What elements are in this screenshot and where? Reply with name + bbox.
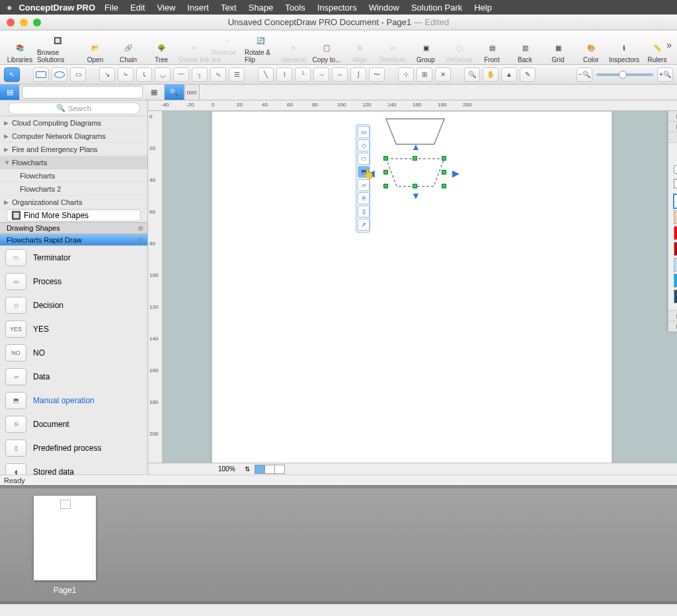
inspector-section-presentation[interactable]: ▶Presentation Mode bbox=[668, 311, 677, 321]
shape-predefined-process[interactable]: ▯Predefined process bbox=[0, 436, 147, 460]
search-input[interactable]: 🔍 Search bbox=[8, 102, 140, 114]
menu-inspectors[interactable]: Inspectors bbox=[317, 3, 357, 13]
zoom-tool[interactable]: 🔍 bbox=[464, 67, 480, 82]
fill-enable-checkbox[interactable]: ✓ bbox=[674, 165, 677, 174]
shape-document[interactable]: ⎘Document bbox=[0, 412, 147, 436]
rapid-shape-terminator[interactable]: ⬭ bbox=[358, 153, 370, 165]
connector-multi[interactable]: ☰ bbox=[229, 67, 245, 82]
menu-file[interactable]: File bbox=[104, 3, 118, 13]
curve-tool[interactable]: ∫ bbox=[350, 67, 366, 82]
connector-spline[interactable]: 〰 bbox=[173, 67, 189, 82]
shape-decision[interactable]: ◇Decision bbox=[0, 293, 147, 317]
edit-points-tool[interactable]: ⊹ bbox=[398, 67, 414, 82]
view-mode-normal[interactable] bbox=[255, 465, 265, 474]
zoom-slider[interactable] bbox=[596, 73, 653, 76]
zoom-in-button[interactable]: +🔍 bbox=[657, 67, 673, 82]
zoom-out-button[interactable]: −🔍 bbox=[577, 67, 592, 82]
toolbar-front[interactable]: ▤Front bbox=[476, 32, 508, 63]
connector-angle[interactable]: ┐ bbox=[192, 67, 208, 82]
toolbar-color[interactable]: 🎨Color bbox=[575, 32, 607, 63]
rapid-shape-manual-op[interactable]: ⬒ bbox=[358, 166, 370, 178]
document-edited-indicator[interactable]: — Edited bbox=[414, 17, 449, 27]
connector-smart[interactable]: ⤷ bbox=[118, 67, 134, 82]
shape-stored-data[interactable]: ◖Stored data bbox=[0, 460, 147, 475]
shape-process[interactable]: ▭Process bbox=[0, 270, 147, 293]
arrow-tool[interactable]: → bbox=[313, 67, 329, 82]
color-swatch[interactable] bbox=[674, 194, 677, 208]
toolbar-copy-to-[interactable]: 📋Copy to... bbox=[311, 32, 342, 63]
find-more-shapes-button[interactable]: 🔲 Find More Shapes bbox=[7, 210, 141, 221]
view-mode-slide[interactable] bbox=[274, 465, 285, 474]
page-thumbnail[interactable]: Page1 bbox=[33, 496, 97, 595]
tree-item[interactable]: Flowcharts bbox=[0, 169, 147, 182]
library-header[interactable]: Flowcharts Rapid Draw⊗ bbox=[0, 234, 147, 246]
close-icon[interactable]: ⊗ bbox=[138, 224, 143, 233]
rapid-shape-decision[interactable]: ◇ bbox=[358, 139, 370, 151]
color-swatch[interactable] bbox=[674, 226, 677, 240]
library-path-field[interactable] bbox=[22, 86, 143, 98]
zoom-value-field[interactable]: 100% bbox=[214, 465, 239, 473]
menu-solution-park[interactable]: Solution Park bbox=[411, 3, 462, 13]
library-panel-toggle[interactable]: ▤ bbox=[0, 85, 20, 100]
toolbar-tree[interactable]: 🌳Tree bbox=[145, 32, 177, 63]
inspector-section-hypernote[interactable]: ▶Hypernote bbox=[668, 321, 677, 332]
rapid-arrow-down[interactable]: ▼ bbox=[411, 190, 420, 201]
library-search-toggle[interactable]: 🔍 bbox=[165, 85, 184, 100]
ruler-unit-label[interactable]: mm bbox=[184, 85, 199, 100]
library-header[interactable]: Drawing Shapes⊗ bbox=[0, 222, 147, 234]
connector-direct[interactable]: ↘ bbox=[99, 67, 115, 82]
toolbar-open[interactable]: 📂Open bbox=[79, 32, 111, 63]
library-thumbnails-toggle[interactable]: ▦ bbox=[145, 85, 165, 100]
edit-segments-tool[interactable]: ⊞ bbox=[417, 67, 432, 82]
select-tool[interactable]: ↖ bbox=[4, 67, 20, 82]
shape-terminator[interactable]: ⬭Terminator bbox=[0, 246, 147, 270]
toolbar-chain[interactable]: 🔗Chain bbox=[112, 32, 144, 63]
line-tool[interactable]: ╲ bbox=[258, 67, 274, 82]
tree-item[interactable]: ▼Flowcharts bbox=[0, 156, 147, 169]
shape-manual-operation[interactable]: ⬒Manual operation bbox=[0, 389, 147, 412]
angle-line-tool[interactable]: └ bbox=[295, 67, 311, 82]
connector-arc[interactable]: ◡ bbox=[155, 67, 171, 82]
inspector-section-fill[interactable]: ▼Fill bbox=[668, 132, 677, 143]
apple-icon[interactable]: ● bbox=[7, 2, 12, 13]
shape-yes[interactable]: YESYES bbox=[0, 317, 147, 341]
close-icon[interactable]: ⊗ bbox=[138, 236, 143, 245]
rapid-arrow-up[interactable]: ▲ bbox=[411, 141, 420, 152]
rapid-shape-connector[interactable]: ↗ bbox=[358, 219, 370, 231]
stamp-tool[interactable]: ▲ bbox=[501, 67, 517, 82]
toolbar-libraries[interactable]: 📚Libraries bbox=[4, 32, 36, 63]
toolbar-grid[interactable]: ▦Grid bbox=[542, 32, 574, 63]
view-mode-outline[interactable] bbox=[264, 465, 275, 474]
ellipse-tool[interactable] bbox=[52, 67, 67, 82]
app-name[interactable]: ConceptDraw PRO bbox=[19, 3, 95, 13]
rapid-shape-process[interactable]: ▭ bbox=[358, 126, 370, 138]
fill-color-swatch[interactable] bbox=[674, 179, 677, 188]
rapid-arrow-right[interactable]: ▶ bbox=[452, 168, 459, 178]
text-tool[interactable]: ▭ bbox=[70, 67, 86, 82]
menu-help[interactable]: Help bbox=[474, 3, 492, 13]
menu-insert[interactable]: Insert bbox=[187, 3, 209, 13]
toolbar-inspectors[interactable]: ℹInspectors bbox=[608, 32, 640, 63]
rapid-shape-data[interactable]: ▱ bbox=[358, 179, 370, 191]
pan-tool[interactable]: ✋ bbox=[483, 67, 498, 82]
menu-shape[interactable]: Shape bbox=[249, 3, 274, 13]
menu-text[interactable]: Text bbox=[221, 3, 237, 13]
polyline-tool[interactable]: ⌇ bbox=[276, 67, 292, 82]
rapid-shape-predef[interactable]: ▯ bbox=[358, 206, 370, 217]
horizontal-ruler[interactable]: -40-20020406080100120140160180200 bbox=[148, 100, 677, 111]
toolbar-group[interactable]: ▣Group bbox=[410, 32, 442, 63]
inspector-section-information[interactable]: ▶Information bbox=[668, 122, 677, 132]
color-swatch[interactable] bbox=[674, 289, 677, 303]
tree-item[interactable]: ▶Fire and Emergency Plans bbox=[0, 143, 147, 156]
menu-edit[interactable]: Edit bbox=[130, 3, 145, 13]
shape-data[interactable]: ▱Data bbox=[0, 365, 147, 389]
color-swatch[interactable] bbox=[674, 242, 677, 256]
inspector-section-behaviour[interactable]: ▶Behaviour bbox=[668, 111, 677, 122]
edit-connectors-tool[interactable]: ✕ bbox=[435, 67, 451, 82]
color-swatch[interactable] bbox=[674, 258, 677, 272]
menu-window[interactable]: Window bbox=[369, 3, 399, 13]
rapid-shape-document[interactable]: ⎘ bbox=[358, 192, 370, 204]
menu-view[interactable]: View bbox=[157, 3, 175, 13]
toolbar-overflow-icon[interactable]: » bbox=[666, 40, 672, 50]
vertical-ruler[interactable]: 020406080100120140160180200 bbox=[148, 111, 163, 463]
